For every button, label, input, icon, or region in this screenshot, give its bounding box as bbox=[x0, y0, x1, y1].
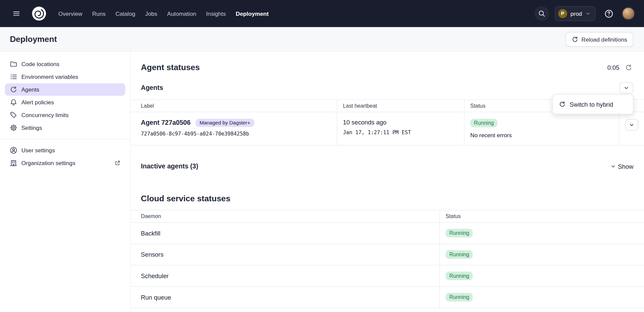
page-title: Deployment bbox=[10, 35, 57, 44]
sidebar-item-label: User settings bbox=[21, 147, 55, 154]
search-icon bbox=[538, 10, 545, 17]
sidebar-item-concurrency-limits[interactable]: Concurrency limits bbox=[5, 109, 125, 121]
top-nav: Overview Runs Catalog Jobs Automation In… bbox=[0, 0, 644, 27]
deployment-name: prod bbox=[571, 10, 582, 17]
main-content: Agent statuses 0:05 Agents Label Last he… bbox=[130, 52, 644, 312]
primary-nav: Overview Runs Catalog Jobs Automation In… bbox=[58, 10, 269, 17]
sidebar-item-agents[interactable]: Agents bbox=[5, 84, 125, 96]
agents-section-header: Agents bbox=[141, 81, 633, 95]
agent-label-cell: Agent 727a0506 Managed by Dagster+ 727a0… bbox=[130, 112, 337, 145]
external-link-icon bbox=[115, 160, 120, 166]
user-avatar[interactable] bbox=[622, 7, 635, 20]
sidebar-item-environment-variables[interactable]: Environment variables bbox=[5, 71, 125, 83]
countdown-value: 0:05 bbox=[607, 64, 620, 71]
building-icon bbox=[10, 159, 17, 167]
status-badge: Running bbox=[446, 271, 473, 280]
nav-item-overview[interactable]: Overview bbox=[58, 10, 82, 17]
sidebar-item-settings[interactable]: Settings bbox=[5, 121, 125, 134]
sidebar-item-label: Settings bbox=[21, 124, 42, 131]
daemon-status-cell: Running bbox=[439, 287, 644, 308]
reload-definitions-label: Reload definitions bbox=[582, 36, 627, 43]
nav-item-jobs[interactable]: Jobs bbox=[145, 10, 157, 17]
column-header-last-heartbeat: Last heartbeat bbox=[337, 99, 464, 112]
help-icon bbox=[604, 9, 613, 18]
gear-icon bbox=[10, 124, 17, 132]
daemon-status-cell: Running bbox=[439, 223, 644, 244]
deployment-sidebar: Code locations Environment variables Age… bbox=[0, 52, 130, 312]
search-button[interactable] bbox=[534, 6, 549, 21]
refresh-icon bbox=[625, 64, 632, 71]
chevron-down-icon bbox=[629, 122, 635, 128]
agent-row-expand-button[interactable] bbox=[625, 119, 638, 131]
status-badge: Running bbox=[446, 229, 473, 238]
agent-status-cell: Running No recent errors bbox=[464, 112, 619, 145]
nav-item-automation[interactable]: Automation bbox=[167, 10, 196, 17]
agent-id: 727a0506-8c97-4b95-a024-70e3984258b bbox=[141, 131, 331, 137]
daemon-name: Sensors bbox=[130, 244, 439, 265]
dagster-swirl-icon bbox=[31, 6, 47, 21]
sidebar-item-label: Organization settings bbox=[21, 160, 75, 166]
status-badge: Running bbox=[446, 250, 473, 259]
daemon-status-cell: Running bbox=[439, 244, 644, 265]
user-icon bbox=[10, 147, 17, 154]
sidebar-item-label: Agents bbox=[21, 86, 39, 93]
sidebar-item-organization-settings[interactable]: Organization settings bbox=[5, 157, 125, 169]
tag-icon bbox=[10, 111, 17, 119]
inactive-agents-title: Inactive agents (3) bbox=[141, 163, 198, 170]
help-button[interactable] bbox=[601, 6, 616, 21]
cloud-services-table: Daemon Status Backfill Running Sensors R… bbox=[130, 210, 644, 308]
sidebar-item-user-settings[interactable]: User settings bbox=[5, 144, 125, 157]
dagster-logo[interactable] bbox=[31, 6, 47, 21]
rows-icon bbox=[10, 73, 17, 81]
reload-definitions-button[interactable]: Reload definitions bbox=[566, 32, 633, 47]
sidebar-item-label: Concurrency limits bbox=[21, 112, 69, 118]
app-root: Overview Runs Catalog Jobs Automation In… bbox=[0, 0, 644, 312]
daemon-name: Scheduler bbox=[130, 265, 439, 287]
switch-icon bbox=[559, 101, 566, 108]
agents-title: Agents bbox=[141, 84, 163, 92]
menu-icon bbox=[13, 10, 20, 17]
deployment-initial-badge: P bbox=[558, 9, 567, 18]
column-header-daemon: Daemon bbox=[130, 210, 439, 223]
chevron-down-icon bbox=[624, 85, 629, 91]
agent-statuses-title: Agent statuses bbox=[141, 63, 200, 72]
hamburger-menu-button[interactable] bbox=[9, 6, 24, 21]
sidebar-item-label: Environment variables bbox=[21, 73, 78, 80]
sidebar-item-label: Code locations bbox=[21, 61, 59, 67]
nav-item-catalog[interactable]: Catalog bbox=[115, 10, 135, 17]
agent-icon bbox=[10, 86, 17, 93]
agent-heartbeat-cell: 10 seconds ago Jan 17, 1:27:11 PM EST bbox=[337, 112, 464, 145]
page-header: Deployment Reload definitions bbox=[0, 27, 644, 52]
deployment-switcher[interactable]: P prod bbox=[555, 6, 595, 21]
daemon-status-cell: Running bbox=[439, 265, 644, 287]
sidebar-item-alert-policies[interactable]: Alert policies bbox=[5, 96, 125, 109]
bell-icon bbox=[10, 99, 17, 106]
nav-item-deployment[interactable]: Deployment bbox=[236, 10, 269, 17]
agent-name: Agent 727a0506 bbox=[141, 119, 191, 126]
heartbeat-relative: 10 seconds ago bbox=[343, 119, 458, 126]
menu-item-label: Switch to hybrid bbox=[570, 101, 613, 108]
sidebar-item-code-locations[interactable]: Code locations bbox=[5, 58, 125, 70]
folder-icon bbox=[10, 60, 17, 68]
nav-item-runs[interactable]: Runs bbox=[92, 10, 106, 17]
column-header-status: Status bbox=[439, 210, 644, 223]
cloud-service-statuses-title: Cloud service statuses bbox=[141, 194, 633, 203]
sidebar-divider bbox=[0, 139, 130, 139]
agents-actions-dropdown-button[interactable] bbox=[620, 82, 634, 94]
nav-item-insights[interactable]: Insights bbox=[206, 10, 226, 17]
inactive-agents-row: Inactive agents (3) Show bbox=[141, 160, 633, 173]
show-label: Show bbox=[618, 163, 633, 170]
refresh-button[interactable] bbox=[624, 62, 633, 72]
menu-item-switch-to-hybrid[interactable]: Switch to hybrid bbox=[553, 95, 633, 114]
inactive-agents-show-toggle[interactable]: Show bbox=[610, 163, 633, 170]
status-detail: No recent errors bbox=[470, 132, 613, 139]
status-badge: Running bbox=[470, 119, 497, 127]
sidebar-item-label: Alert policies bbox=[21, 99, 54, 106]
chevron-down-icon bbox=[610, 163, 616, 169]
agent-statuses-header: Agent statuses 0:05 bbox=[141, 59, 633, 75]
column-header-label: Label bbox=[130, 99, 337, 112]
status-badge: Running bbox=[446, 293, 473, 302]
reload-icon bbox=[572, 36, 578, 43]
refresh-countdown: 0:05 bbox=[607, 62, 633, 72]
heartbeat-timestamp: Jan 17, 1:27:11 PM EST bbox=[343, 129, 458, 136]
